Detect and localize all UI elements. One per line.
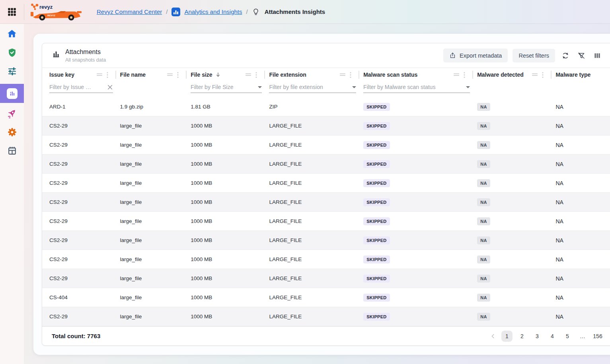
cell-malware-type: NA (555, 275, 610, 282)
breadcrumb-link-analytics[interactable]: Analytics and Insights (184, 8, 242, 15)
drag-handle-icon[interactable] (97, 73, 103, 77)
sidebar-item-settings[interactable] (0, 126, 24, 138)
sidebar-item-records[interactable] (0, 145, 24, 157)
column-menu-icon[interactable] (350, 72, 351, 78)
table-row[interactable]: CS2-29 large_file 1000 MB LARGE_FILE SKI… (42, 136, 610, 155)
issue-key-filter[interactable] (49, 84, 113, 93)
table-row[interactable]: CS2-29 large_file 1000 MB LARGE_FILE SKI… (42, 116, 610, 136)
drag-handle-icon[interactable] (454, 73, 460, 77)
cell-file-extension: LARGE_FILE (269, 161, 363, 167)
column-header-malware-scan-status[interactable]: Malware scan status (363, 71, 477, 79)
malware-detected-badge: NA (477, 122, 490, 130)
table-row[interactable]: CS2-29 large_file 1000 MB LARGE_FILE SKI… (42, 231, 610, 250)
column-header-malware-detected[interactable]: Malware detected (477, 71, 555, 79)
cell-malware-detected: NA (477, 198, 555, 206)
sidebar-item-launch[interactable] (0, 107, 24, 119)
table-row[interactable]: CS2-29 large_file 1000 MB LARGE_FILE SKI… (42, 212, 610, 231)
cell-malware-scan-status: SKIPPED (363, 179, 477, 187)
table-row[interactable]: CS2-29 large_file 1000 MB LARGE_FILE SKI… (42, 269, 610, 288)
card-header: Attachments All snapshots data Export me… (42, 43, 610, 68)
sort-desc-icon[interactable] (215, 72, 221, 77)
cell-file-size: 1000 MB (191, 142, 269, 148)
sidebar-item-analytics-active[interactable] (0, 84, 24, 103)
column-label: File extension (269, 72, 306, 78)
column-header-file-extension[interactable]: File extension (269, 71, 363, 79)
cell-malware-scan-status: SKIPPED (363, 103, 477, 111)
issue-key-filter-input[interactable] (49, 84, 94, 90)
drag-handle-icon[interactable] (167, 73, 173, 77)
refresh-button[interactable] (560, 50, 571, 61)
sidebar-item-home[interactable] (0, 28, 24, 40)
column-header-malware-type[interactable]: Malware type (555, 72, 610, 78)
filter-placeholder: Filter by file extension (269, 84, 350, 90)
analytics-bar-chart-icon (172, 8, 180, 16)
manage-columns-button[interactable] (592, 50, 603, 61)
table-row[interactable]: CS2-29 large_file 1000 MB LARGE_FILE SKI… (42, 155, 610, 174)
cell-malware-detected: NA (477, 236, 555, 244)
pagination-prev-button[interactable] (489, 333, 497, 340)
pagination-page[interactable]: 1 (501, 331, 513, 342)
table-row[interactable]: CS2-29 large_file 1000 MB LARGE_FILE SKI… (42, 250, 610, 269)
cell-malware-type: NA (555, 142, 610, 148)
revyz-logo-art: revyz REVYZ (29, 2, 85, 21)
cell-malware-scan-status: SKIPPED (363, 122, 477, 130)
table-row[interactable]: CS-404 large_file 1000 MB LARGE_FILE SKI… (42, 288, 610, 307)
column-label: Issue key (49, 72, 74, 78)
cell-file-size: 1000 MB (191, 123, 269, 129)
cell-issue-key: CS2-29 (49, 218, 120, 224)
pagination-page[interactable]: 3 (532, 331, 543, 342)
export-metadata-button[interactable]: Export metadata (443, 48, 508, 62)
breadcrumb-link-command-center[interactable]: Revyz Command Center (97, 8, 162, 15)
sidebar (0, 24, 24, 364)
drag-handle-icon[interactable] (532, 73, 538, 77)
clear-filters-button[interactable] (576, 50, 587, 61)
column-menu-icon[interactable] (464, 72, 465, 78)
column-menu-icon[interactable] (177, 72, 179, 78)
pagination-page[interactable]: 2 (516, 331, 528, 342)
file-extension-filter[interactable]: Filter by file extension (269, 84, 356, 93)
filter-off-icon (577, 52, 585, 60)
dropdown-caret-icon (352, 86, 356, 88)
table-row[interactable]: CS2-29 large_file 1000 MB LARGE_FILE SKI… (42, 174, 610, 193)
cell-file-name: large_file (120, 314, 191, 319)
columns-icon (593, 52, 601, 60)
table-row[interactable]: CS2-29 large_file 1000 MB LARGE_FILE SKI… (42, 307, 610, 326)
bar-chart-title-icon (52, 50, 60, 58)
scan-status-badge: SKIPPED (363, 256, 390, 263)
cell-file-name: large_file (120, 237, 191, 243)
clear-filter-icon[interactable] (107, 84, 113, 90)
column-header-issue-key[interactable]: Issue key (49, 71, 120, 79)
malware-detected-badge: NA (477, 141, 490, 149)
dropdown-caret-icon (258, 86, 262, 88)
fullscreen-button[interactable] (608, 50, 610, 61)
column-menu-icon[interactable] (107, 72, 108, 78)
scan-status-badge: SKIPPED (363, 294, 390, 302)
malware-detected-badge: NA (477, 275, 490, 283)
cell-file-size: 1000 MB (191, 237, 269, 243)
file-size-filter[interactable]: Filter by File Size (191, 84, 262, 93)
revyz-logo[interactable]: revyz REVYZ (29, 2, 85, 21)
column-header-file-size[interactable]: File size (191, 71, 269, 79)
sidebar-item-configuration[interactable] (0, 65, 24, 77)
malware-detected-badge: NA (477, 294, 490, 302)
pagination-page[interactable]: 156 (592, 331, 603, 342)
scan-status-badge: SKIPPED (363, 103, 390, 111)
malware-scan-status-filter[interactable]: Filter by Malware scan status (363, 84, 470, 93)
pagination-page[interactable]: 4 (547, 331, 558, 342)
reset-filters-button[interactable]: Reset filters (513, 49, 555, 62)
drag-handle-icon[interactable] (340, 73, 346, 77)
apps-grid-icon[interactable] (0, 0, 24, 24)
column-menu-icon[interactable] (542, 72, 544, 78)
cell-issue-key: CS2-29 (49, 237, 120, 243)
table-row[interactable]: ARD-1 1.9 gb.zip 1.81 GB ZIP SKIPPED NA … (42, 97, 610, 116)
column-header-file-name[interactable]: File name (120, 71, 191, 79)
drag-handle-icon[interactable] (246, 73, 251, 77)
pagination-page[interactable]: 5 (562, 331, 573, 342)
cell-malware-scan-status: SKIPPED (363, 236, 477, 244)
scan-status-badge: SKIPPED (363, 141, 390, 149)
table-row[interactable]: CS2-29 large_file 1000 MB LARGE_FILE SKI… (42, 193, 610, 212)
column-menu-icon[interactable] (255, 72, 257, 78)
table-filter-row: Filter by File Size Filter by file exten… (42, 81, 610, 97)
pagination-next-button[interactable] (607, 333, 610, 340)
sidebar-item-security[interactable] (0, 46, 24, 58)
